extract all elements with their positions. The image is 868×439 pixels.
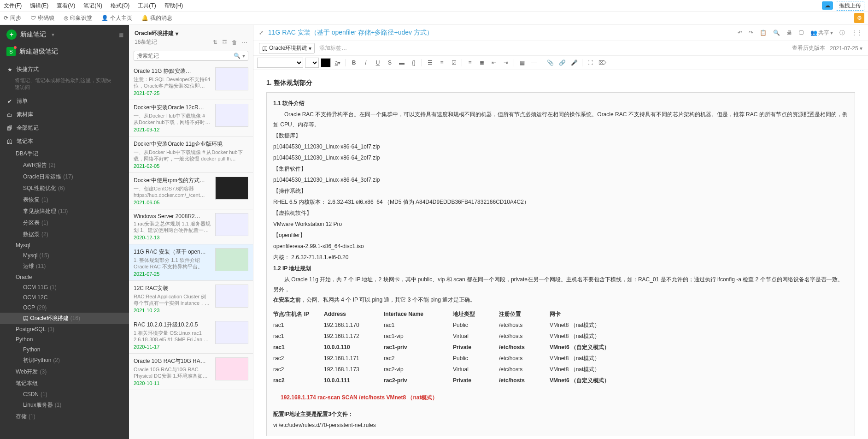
- menu-help[interactable]: 帮助(H): [164, 2, 183, 10]
- bold-button[interactable]: B: [349, 58, 359, 68]
- present-icon[interactable]: 🖵: [798, 30, 804, 36]
- tree-item[interactable]: 🕮 Oracle环境搭建(16): [0, 313, 129, 324]
- password-lock-button[interactable]: 🛡密码锁: [30, 14, 54, 22]
- tree-item[interactable]: Linux服务器(1): [0, 399, 129, 411]
- text-color-icon[interactable]: a▾: [333, 58, 343, 68]
- highlight-button[interactable]: ▬: [397, 58, 407, 68]
- clipboard-icon[interactable]: 📋: [760, 30, 767, 36]
- menu-note[interactable]: 笔记(N): [83, 2, 102, 10]
- note-item[interactable]: Oracle 11G 静默安装…注意：PLSQL Developer不支持64位…: [129, 64, 253, 100]
- tree-item[interactable]: Web开发(3): [0, 366, 129, 378]
- note-item[interactable]: Docker中使用rpm包的方式…一、创建CentOS7.6的容器 https:…: [129, 173, 253, 209]
- drag-upload-label[interactable]: 拖拽上传: [836, 1, 864, 11]
- number-list-button[interactable]: ≡: [437, 58, 447, 68]
- profile-button[interactable]: 👤个人主页: [101, 14, 132, 22]
- note-item[interactable]: RAC 10.2.0.1升级10.2.0.51.相关环境变量 OS:Linux …: [129, 317, 253, 354]
- tree-item[interactable]: 分区表(1): [0, 217, 129, 229]
- note-item[interactable]: 12C RAC安装RAC:Real Application Cluster 例 …: [129, 281, 253, 317]
- note-item[interactable]: Docker中安装Oracle 12cR…一、从Docker Hub中下载镜像 …: [129, 100, 253, 136]
- more-icon[interactable]: ⋯: [242, 39, 247, 46]
- add-tag-input[interactable]: 添加标签…: [319, 44, 347, 52]
- trash-icon[interactable]: 🗑: [232, 39, 237, 46]
- underline-button[interactable]: U: [373, 58, 383, 68]
- code-button[interactable]: {}: [409, 58, 419, 68]
- font-color-button[interactable]: [321, 58, 331, 67]
- tree-item[interactable]: Oracle: [0, 272, 129, 282]
- document-title[interactable]: 11G RAC 安装（基于 openfiler 存储+多路径+udev 方式）: [268, 29, 733, 37]
- tree-item[interactable]: OCM 12C: [0, 292, 129, 303]
- strike-button[interactable]: S: [385, 58, 395, 68]
- new-note-button[interactable]: + 新建笔记 ▾: [0, 25, 129, 44]
- notebook-tag[interactable]: 🕮Oracle环境搭建▾: [259, 43, 315, 53]
- audio-button[interactable]: 🎤: [569, 58, 579, 68]
- print-icon[interactable]: 🖶: [786, 30, 792, 36]
- chevron-down-icon[interactable]: ▾: [242, 53, 245, 59]
- hr-button[interactable]: —: [529, 58, 539, 68]
- sort-icon[interactable]: ⇅: [213, 39, 217, 46]
- tree-item[interactable]: OCP(29): [0, 303, 129, 313]
- tree-item[interactable]: DBA手记: [0, 148, 129, 160]
- tree-item[interactable]: CSDN(1): [0, 389, 129, 399]
- document-date[interactable]: 2021-07-25 ▾: [830, 45, 862, 52]
- undo-icon[interactable]: ↶: [738, 30, 742, 36]
- tree-item[interactable]: 表恢复(1): [0, 194, 129, 206]
- tree-item[interactable]: Mysql(15): [0, 250, 129, 261]
- tree-item[interactable]: Python: [0, 344, 129, 355]
- view-history-link[interactable]: 查看历史版本: [792, 44, 825, 52]
- checklist-group[interactable]: ✔清单: [0, 95, 129, 108]
- font-size-select[interactable]: [305, 58, 319, 68]
- menu-format[interactable]: 格式(O): [111, 2, 129, 10]
- tree-item[interactable]: 笔记本组: [0, 378, 129, 389]
- redo-icon[interactable]: ↷: [749, 30, 753, 36]
- cloud-upload-button[interactable]: ☁: [822, 1, 833, 10]
- note-item[interactable]: Oracle 10G RAC与10G RA…Oracle 10G RAC与10G…: [129, 354, 253, 390]
- tree-item[interactable]: AWR报告(2): [0, 160, 129, 171]
- notebook-group[interactable]: 🕮笔记本: [0, 135, 129, 148]
- more-actions-icon[interactable]: ⋮⋮: [851, 30, 862, 36]
- tree-item[interactable]: SQL性能优化(6): [0, 183, 129, 194]
- attach-button[interactable]: 📎: [545, 58, 555, 68]
- yinsang-button[interactable]: ◎印象识堂: [64, 14, 92, 22]
- table-button[interactable]: ▦: [517, 58, 527, 68]
- note-item[interactable]: 11G RAC 安装（基于 open…1. 整体规划部分 1.1 软件介绍 Or…: [129, 244, 253, 281]
- checklist-button[interactable]: ☑: [449, 58, 459, 68]
- expand-icon[interactable]: ⤢: [259, 30, 264, 36]
- tree-item[interactable]: 存储(1): [0, 411, 129, 422]
- tree-item[interactable]: PostgreSQL(3): [0, 324, 129, 334]
- tree-item[interactable]: OCM 11G(1): [0, 282, 129, 292]
- all-notes-group[interactable]: 🗐全部笔记: [0, 121, 129, 135]
- menu-edit[interactable]: 编辑(E): [30, 2, 48, 10]
- tree-item[interactable]: 常见故障处理(13): [0, 206, 129, 217]
- shortcut-group[interactable]: ★快捷方式: [0, 63, 129, 76]
- tree-item[interactable]: 运维(11): [0, 261, 129, 272]
- tree-item[interactable]: Oracle日常运维(17): [0, 171, 129, 183]
- indent-out-button[interactable]: ⇤: [489, 58, 499, 68]
- font-family-select[interactable]: [257, 58, 303, 68]
- align-center-button[interactable]: ≣: [477, 58, 487, 68]
- search-input[interactable]: [137, 53, 234, 59]
- share-button[interactable]: 👥共享▾: [810, 29, 833, 37]
- notes-scroll[interactable]: Oracle 11G 静默安装…注意：PLSQL Developer不支持64位…: [129, 64, 253, 439]
- editor-content[interactable]: 1. 整体规划部分 1.1 软件介绍 Oracle RAC 不支持异构平台。在同…: [253, 70, 868, 439]
- settings-button[interactable]: ⚙: [854, 13, 864, 23]
- search-doc-icon[interactable]: 🔍: [773, 30, 780, 36]
- grid-view-icon[interactable]: ▦: [118, 31, 123, 38]
- tree-item[interactable]: 初识Python(2): [0, 355, 129, 366]
- tree-item[interactable]: Mysql: [0, 240, 129, 250]
- menu-view[interactable]: 查看(V): [57, 2, 75, 10]
- material-group[interactable]: 🗀素材库: [0, 108, 129, 121]
- notebook-title[interactable]: Oracle环境搭建▾: [135, 30, 178, 37]
- info-icon[interactable]: ⓘ: [839, 29, 845, 37]
- tree-item[interactable]: 数据泵(2): [0, 229, 129, 240]
- tree-item[interactable]: Python: [0, 334, 129, 344]
- italic-button[interactable]: I: [361, 58, 371, 68]
- messages-button[interactable]: 🔔我的消息: [141, 14, 172, 22]
- note-item[interactable]: Windows Server 2008R2…1.rac安装之总体规划 1.1 服…: [129, 209, 253, 244]
- link-button[interactable]: 🔗: [557, 58, 567, 68]
- menu-file[interactable]: 文件(F): [4, 2, 22, 10]
- sync-button[interactable]: ⟳同步: [4, 14, 21, 22]
- menu-tool[interactable]: 工具(T): [138, 2, 156, 10]
- note-item[interactable]: Docker中安装Oracle 11g企业版环境一、从Docker Hub中下载…: [129, 136, 253, 173]
- clear-format-button[interactable]: ⌦: [597, 58, 607, 68]
- new-super-note-button[interactable]: S 新建超级笔记: [0, 44, 129, 63]
